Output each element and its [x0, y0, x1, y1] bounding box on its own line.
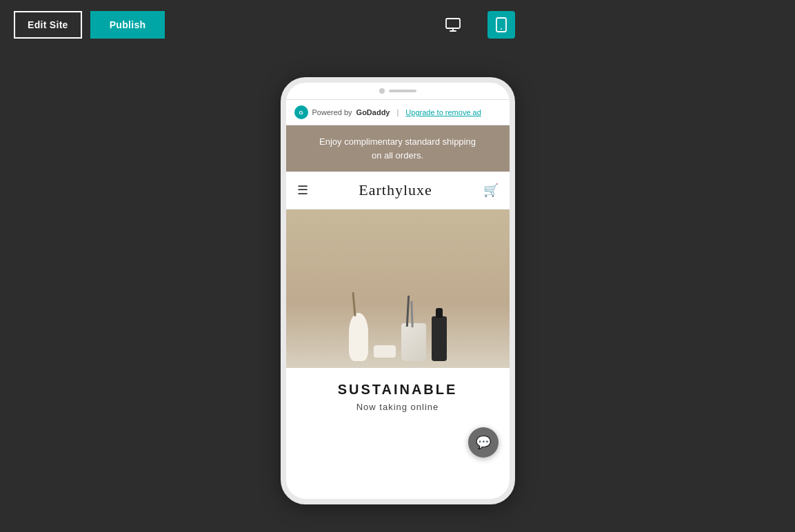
svg-rect-3 — [496, 18, 506, 32]
phone-notch — [286, 83, 510, 99]
phone-power-button — [514, 165, 515, 200]
bathroom-scene-illustration — [286, 209, 510, 368]
godaddy-prefix: Powered by — [312, 108, 352, 116]
vase-item — [349, 313, 368, 361]
desktop-view-button[interactable] — [439, 11, 467, 39]
edit-site-button[interactable]: Edit Site — [14, 11, 82, 39]
phone-camera — [379, 88, 385, 94]
hero-image — [286, 209, 510, 368]
chat-button[interactable]: 💬 — [468, 427, 499, 458]
shipping-text: Enjoy complimentary standard shippingon … — [319, 136, 476, 161]
cart-icon[interactable]: 🛒 — [483, 183, 499, 198]
site-title: Earthyluxe — [359, 181, 432, 199]
main-canvas: G Powered by GoDaddy | Upgrade to remove… — [0, 50, 795, 532]
phone-mockup: G Powered by GoDaddy | Upgrade to remove… — [281, 77, 515, 504]
godaddy-logo-icon: G — [294, 105, 308, 119]
godaddy-separator: | — [397, 108, 399, 116]
hero-subtext: Now taking online — [297, 402, 499, 412]
godaddy-banner: G Powered by GoDaddy | Upgrade to remove… — [286, 100, 510, 125]
hero-text-section: SUSTAINABLE Now taking online — [286, 368, 510, 419]
phone-screen: G Powered by GoDaddy | Upgrade to remove… — [286, 99, 510, 499]
publish-button[interactable]: Publish — [90, 11, 165, 39]
godaddy-upgrade-link[interactable]: Upgrade to remove ad — [405, 108, 481, 116]
hamburger-menu-icon[interactable]: ☰ — [297, 183, 308, 198]
godaddy-brand: GoDaddy — [356, 108, 390, 116]
hero-headline: SUSTAINABLE — [297, 382, 499, 398]
toolbar: Edit Site Publish — [0, 0, 795, 50]
phone-volume-button — [281, 152, 282, 172]
shipping-banner: Enjoy complimentary standard shippingon … — [286, 125, 510, 172]
cup-brushes-item — [401, 323, 426, 361]
bottle-item — [432, 316, 447, 361]
device-switcher — [173, 11, 781, 39]
site-header: ☰ Earthyluxe 🛒 — [286, 172, 510, 209]
mobile-view-button[interactable] — [487, 11, 515, 39]
soap-item — [374, 345, 396, 358]
phone-speaker — [389, 90, 416, 92]
svg-rect-0 — [446, 19, 460, 28]
